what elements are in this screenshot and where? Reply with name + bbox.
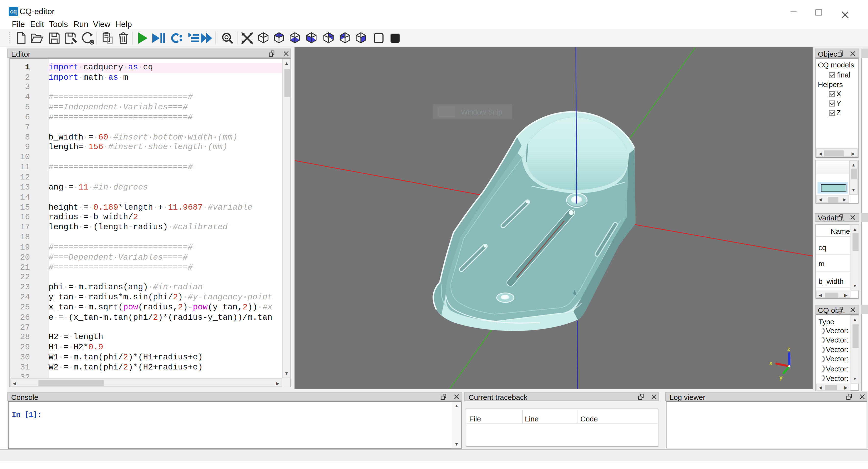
svg-text:Window Snip: Window Snip: [461, 108, 502, 116]
svg-text:z: z: [787, 346, 790, 352]
svg-text:x: x: [769, 360, 772, 367]
svg-text:y: y: [779, 375, 782, 381]
